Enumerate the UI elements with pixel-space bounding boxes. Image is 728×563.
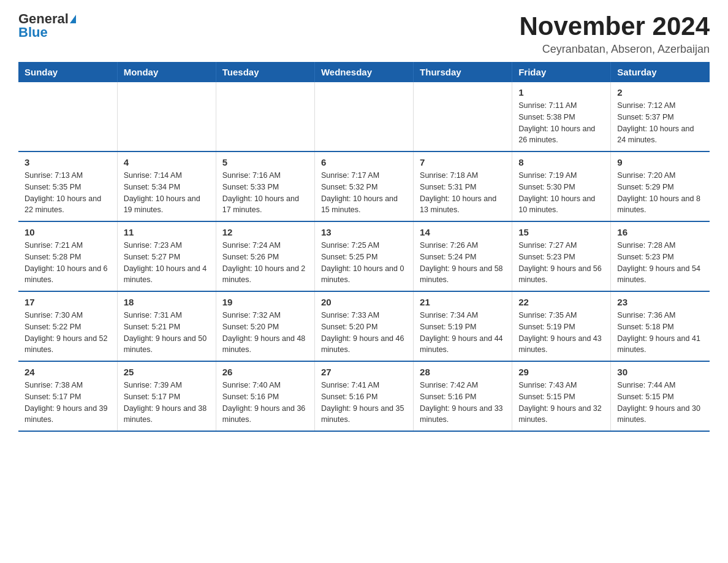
day-number: 17 [25, 297, 111, 307]
calendar-cell: 24Sunrise: 7:38 AM Sunset: 5:17 PM Dayli… [18, 361, 117, 431]
day-number: 15 [518, 227, 604, 237]
day-number: 9 [617, 157, 703, 167]
day-number: 6 [321, 157, 407, 167]
day-info: Sunrise: 7:33 AM Sunset: 5:20 PM Dayligh… [321, 310, 407, 356]
day-number: 12 [222, 227, 308, 237]
calendar-week-row: 10Sunrise: 7:21 AM Sunset: 5:28 PM Dayli… [18, 221, 710, 291]
logo: General Blue [18, 12, 76, 39]
day-number: 7 [420, 157, 506, 167]
day-info: Sunrise: 7:14 AM Sunset: 5:34 PM Dayligh… [124, 170, 210, 216]
day-info: Sunrise: 7:32 AM Sunset: 5:20 PM Dayligh… [222, 310, 308, 356]
calendar-cell: 20Sunrise: 7:33 AM Sunset: 5:20 PM Dayli… [314, 291, 413, 361]
calendar-cell: 30Sunrise: 7:44 AM Sunset: 5:15 PM Dayli… [611, 361, 710, 431]
calendar-cell: 10Sunrise: 7:21 AM Sunset: 5:28 PM Dayli… [18, 221, 117, 291]
day-number: 28 [420, 367, 506, 377]
day-info: Sunrise: 7:23 AM Sunset: 5:27 PM Dayligh… [124, 240, 210, 286]
day-number: 5 [222, 157, 308, 167]
calendar-cell: 21Sunrise: 7:34 AM Sunset: 5:19 PM Dayli… [414, 291, 512, 361]
day-info: Sunrise: 7:40 AM Sunset: 5:16 PM Dayligh… [222, 380, 308, 426]
day-number: 16 [617, 227, 703, 237]
title-block: November 2024 Ceyranbatan, Abseron, Azer… [519, 12, 710, 56]
calendar-cell [18, 82, 117, 151]
day-info: Sunrise: 7:36 AM Sunset: 5:18 PM Dayligh… [617, 310, 703, 356]
day-number: 8 [518, 157, 604, 167]
day-number: 11 [124, 227, 210, 237]
calendar-cell: 26Sunrise: 7:40 AM Sunset: 5:16 PM Dayli… [216, 361, 314, 431]
day-info: Sunrise: 7:20 AM Sunset: 5:29 PM Dayligh… [617, 170, 703, 216]
day-info: Sunrise: 7:12 AM Sunset: 5:37 PM Dayligh… [617, 100, 703, 146]
calendar-day-header: Monday [117, 62, 216, 82]
calendar-cell: 27Sunrise: 7:41 AM Sunset: 5:16 PM Dayli… [314, 361, 413, 431]
calendar-cell [314, 82, 413, 151]
calendar-cell: 5Sunrise: 7:16 AM Sunset: 5:33 PM Daylig… [216, 151, 314, 221]
day-info: Sunrise: 7:30 AM Sunset: 5:22 PM Dayligh… [25, 310, 111, 356]
calendar-day-header: Wednesday [314, 62, 413, 82]
day-number: 14 [420, 227, 506, 237]
calendar-cell: 19Sunrise: 7:32 AM Sunset: 5:20 PM Dayli… [216, 291, 314, 361]
calendar-day-header: Friday [512, 62, 611, 82]
day-info: Sunrise: 7:43 AM Sunset: 5:15 PM Dayligh… [518, 380, 604, 426]
day-info: Sunrise: 7:16 AM Sunset: 5:33 PM Dayligh… [222, 170, 308, 216]
day-number: 3 [25, 157, 111, 167]
calendar-cell: 14Sunrise: 7:26 AM Sunset: 5:24 PM Dayli… [414, 221, 512, 291]
calendar-cell: 17Sunrise: 7:30 AM Sunset: 5:22 PM Dayli… [18, 291, 117, 361]
day-info: Sunrise: 7:27 AM Sunset: 5:23 PM Dayligh… [518, 240, 604, 286]
calendar-day-header: Saturday [611, 62, 710, 82]
day-number: 4 [124, 157, 210, 167]
calendar-cell: 1Sunrise: 7:11 AM Sunset: 5:38 PM Daylig… [512, 82, 611, 151]
day-info: Sunrise: 7:42 AM Sunset: 5:16 PM Dayligh… [420, 380, 506, 426]
day-info: Sunrise: 7:44 AM Sunset: 5:15 PM Dayligh… [617, 380, 703, 426]
day-info: Sunrise: 7:38 AM Sunset: 5:17 PM Dayligh… [25, 380, 111, 426]
day-info: Sunrise: 7:34 AM Sunset: 5:19 PM Dayligh… [420, 310, 506, 356]
day-info: Sunrise: 7:21 AM Sunset: 5:28 PM Dayligh… [25, 240, 111, 286]
calendar-week-row: 1Sunrise: 7:11 AM Sunset: 5:38 PM Daylig… [18, 82, 710, 151]
calendar-cell: 3Sunrise: 7:13 AM Sunset: 5:35 PM Daylig… [18, 151, 117, 221]
calendar-week-row: 24Sunrise: 7:38 AM Sunset: 5:17 PM Dayli… [18, 361, 710, 431]
day-number: 10 [25, 227, 111, 237]
day-number: 30 [617, 367, 703, 377]
day-number: 24 [25, 367, 111, 377]
day-number: 20 [321, 297, 407, 307]
day-info: Sunrise: 7:18 AM Sunset: 5:31 PM Dayligh… [420, 170, 506, 216]
day-number: 19 [222, 297, 308, 307]
day-info: Sunrise: 7:25 AM Sunset: 5:25 PM Dayligh… [321, 240, 407, 286]
day-number: 1 [518, 87, 604, 98]
day-info: Sunrise: 7:35 AM Sunset: 5:19 PM Dayligh… [518, 310, 604, 356]
day-info: Sunrise: 7:28 AM Sunset: 5:23 PM Dayligh… [617, 240, 703, 286]
day-info: Sunrise: 7:17 AM Sunset: 5:32 PM Dayligh… [321, 170, 407, 216]
calendar-cell: 15Sunrise: 7:27 AM Sunset: 5:23 PM Dayli… [512, 221, 611, 291]
day-info: Sunrise: 7:31 AM Sunset: 5:21 PM Dayligh… [124, 310, 210, 356]
day-info: Sunrise: 7:11 AM Sunset: 5:38 PM Dayligh… [518, 100, 604, 146]
calendar-cell: 16Sunrise: 7:28 AM Sunset: 5:23 PM Dayli… [611, 221, 710, 291]
calendar-day-header: Tuesday [216, 62, 314, 82]
calendar-cell: 12Sunrise: 7:24 AM Sunset: 5:26 PM Dayli… [216, 221, 314, 291]
day-info: Sunrise: 7:26 AM Sunset: 5:24 PM Dayligh… [420, 240, 506, 286]
day-number: 25 [124, 367, 210, 377]
calendar-cell: 11Sunrise: 7:23 AM Sunset: 5:27 PM Dayli… [117, 221, 216, 291]
day-number: 22 [518, 297, 604, 307]
calendar-cell: 2Sunrise: 7:12 AM Sunset: 5:37 PM Daylig… [611, 82, 710, 151]
calendar-cell: 29Sunrise: 7:43 AM Sunset: 5:15 PM Dayli… [512, 361, 611, 431]
calendar-header-row: SundayMondayTuesdayWednesdayThursdayFrid… [18, 62, 710, 82]
page-subtitle: Ceyranbatan, Abseron, Azerbaijan [519, 43, 710, 56]
calendar-cell: 23Sunrise: 7:36 AM Sunset: 5:18 PM Dayli… [611, 291, 710, 361]
calendar-cell: 18Sunrise: 7:31 AM Sunset: 5:21 PM Dayli… [117, 291, 216, 361]
logo-blue-text: Blue [18, 26, 48, 39]
day-number: 23 [617, 297, 703, 307]
day-number: 21 [420, 297, 506, 307]
day-info: Sunrise: 7:24 AM Sunset: 5:26 PM Dayligh… [222, 240, 308, 286]
calendar-day-header: Thursday [414, 62, 512, 82]
day-info: Sunrise: 7:39 AM Sunset: 5:17 PM Dayligh… [124, 380, 210, 426]
calendar-table: SundayMondayTuesdayWednesdayThursdayFrid… [18, 62, 710, 432]
calendar-day-header: Sunday [18, 62, 117, 82]
calendar-week-row: 3Sunrise: 7:13 AM Sunset: 5:35 PM Daylig… [18, 151, 710, 221]
day-info: Sunrise: 7:19 AM Sunset: 5:30 PM Dayligh… [518, 170, 604, 216]
calendar-cell: 13Sunrise: 7:25 AM Sunset: 5:25 PM Dayli… [314, 221, 413, 291]
day-number: 26 [222, 367, 308, 377]
page-header: General Blue November 2024 Ceyranbatan, … [18, 12, 710, 56]
day-number: 29 [518, 367, 604, 377]
day-info: Sunrise: 7:41 AM Sunset: 5:16 PM Dayligh… [321, 380, 407, 426]
calendar-week-row: 17Sunrise: 7:30 AM Sunset: 5:22 PM Dayli… [18, 291, 710, 361]
calendar-cell: 6Sunrise: 7:17 AM Sunset: 5:32 PM Daylig… [314, 151, 413, 221]
day-number: 2 [617, 87, 703, 98]
